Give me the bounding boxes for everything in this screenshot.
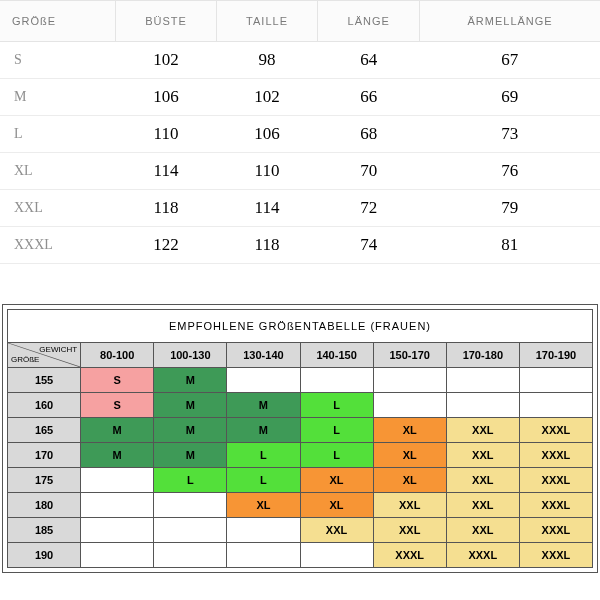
rec-cell [227, 518, 300, 543]
rec-cell [81, 543, 154, 568]
rec-cell [519, 393, 592, 418]
waist-cell: 102 [216, 79, 317, 116]
bust-cell: 102 [116, 42, 217, 79]
height-header: 165 [8, 418, 81, 443]
table-header-row: GRÖßE BÜSTE TAILLE LÄNGE ÄRMELLÄNGE [0, 1, 600, 42]
height-header: 170 [8, 443, 81, 468]
rec-cell: M [154, 443, 227, 468]
rec-cell [300, 543, 373, 568]
table-row: L1101066873 [0, 116, 600, 153]
rec-cell: XXL [446, 468, 519, 493]
height-header: 190 [8, 543, 81, 568]
rec-cell: XXL [446, 418, 519, 443]
rec-cell: XL [373, 443, 446, 468]
rec-cell: L [227, 443, 300, 468]
length-cell: 74 [318, 227, 420, 264]
size-cell: S [0, 42, 116, 79]
weight-header: 170-190 [519, 343, 592, 368]
rec-cell [81, 493, 154, 518]
rec-cell [300, 368, 373, 393]
rec-cell [154, 543, 227, 568]
rec-cell: XXXL [519, 443, 592, 468]
size-measurements-table: GRÖßE BÜSTE TAILLE LÄNGE ÄRMELLÄNGE S102… [0, 0, 600, 264]
rec-cell: L [300, 393, 373, 418]
rec-cell [373, 393, 446, 418]
weight-header: 130-140 [227, 343, 300, 368]
table-row: XXL1181147279 [0, 190, 600, 227]
rec-cell: XXL [446, 518, 519, 543]
rec-cell: XXL [300, 518, 373, 543]
sleeve-cell: 81 [420, 227, 600, 264]
rec-cell [227, 368, 300, 393]
bust-cell: 114 [116, 153, 217, 190]
waist-cell: 98 [216, 42, 317, 79]
length-cell: 64 [318, 42, 420, 79]
rec-cell: M [154, 393, 227, 418]
bust-cell: 122 [116, 227, 217, 264]
rec-cell: XL [227, 493, 300, 518]
rec-cell: M [154, 418, 227, 443]
rec-cell: S [81, 393, 154, 418]
sleeve-cell: 67 [420, 42, 600, 79]
height-header: 175 [8, 468, 81, 493]
rec-cell: XXXL [373, 543, 446, 568]
corner-height-label: GRÖßE [11, 355, 39, 365]
rec-cell [227, 543, 300, 568]
rec-cell: XL [373, 468, 446, 493]
table-row: XL1141107076 [0, 153, 600, 190]
rec-cell: XL [300, 493, 373, 518]
rec-cell: S [81, 368, 154, 393]
size-cell: XL [0, 153, 116, 190]
rec-cell: XXL [373, 518, 446, 543]
bust-cell: 110 [116, 116, 217, 153]
waist-cell: 106 [216, 116, 317, 153]
rec-row: 165MMMLXLXXLXXXL [8, 418, 593, 443]
rec-cell: L [227, 468, 300, 493]
rec-row: 155SM [8, 368, 593, 393]
rec-row: 185XXLXXLXXLXXXL [8, 518, 593, 543]
rec-cell: M [227, 418, 300, 443]
rec-cell [154, 518, 227, 543]
rec-cell [81, 518, 154, 543]
length-cell: 70 [318, 153, 420, 190]
size-cell: M [0, 79, 116, 116]
col-bust: BÜSTE [116, 1, 217, 42]
height-header: 180 [8, 493, 81, 518]
rec-cell: XXXL [446, 543, 519, 568]
weight-header: 140-150 [300, 343, 373, 368]
rec-cell: XL [373, 418, 446, 443]
rec-cell: XXXL [519, 418, 592, 443]
rec-row: 180XLXLXXLXXLXXXL [8, 493, 593, 518]
weight-header: 80-100 [81, 343, 154, 368]
rec-cell: M [154, 368, 227, 393]
rec-cell: M [227, 393, 300, 418]
rec-cell [373, 368, 446, 393]
sleeve-cell: 73 [420, 116, 600, 153]
col-length: LÄNGE [318, 1, 420, 42]
size-cell: XXL [0, 190, 116, 227]
size-cell: L [0, 116, 116, 153]
waist-cell: 114 [216, 190, 317, 227]
table-row: S102986467 [0, 42, 600, 79]
rec-cell: L [300, 418, 373, 443]
rec-cell: XXL [446, 493, 519, 518]
rec-row: 170MMLLXLXXLXXXL [8, 443, 593, 468]
rec-row: 175LLXLXLXXLXXXL [8, 468, 593, 493]
rec-cell: XXXL [519, 493, 592, 518]
size-cell: XXXL [0, 227, 116, 264]
rec-cell: XXXL [519, 468, 592, 493]
rec-cell: XL [300, 468, 373, 493]
bust-cell: 118 [116, 190, 217, 227]
weight-header: 100-130 [154, 343, 227, 368]
height-header: 160 [8, 393, 81, 418]
rec-cell: XXXL [519, 518, 592, 543]
table-row: M1061026669 [0, 79, 600, 116]
rec-cell: XXL [373, 493, 446, 518]
height-header: 155 [8, 368, 81, 393]
sleeve-cell: 76 [420, 153, 600, 190]
rec-cell [81, 468, 154, 493]
length-cell: 66 [318, 79, 420, 116]
waist-cell: 118 [216, 227, 317, 264]
length-cell: 72 [318, 190, 420, 227]
waist-cell: 110 [216, 153, 317, 190]
